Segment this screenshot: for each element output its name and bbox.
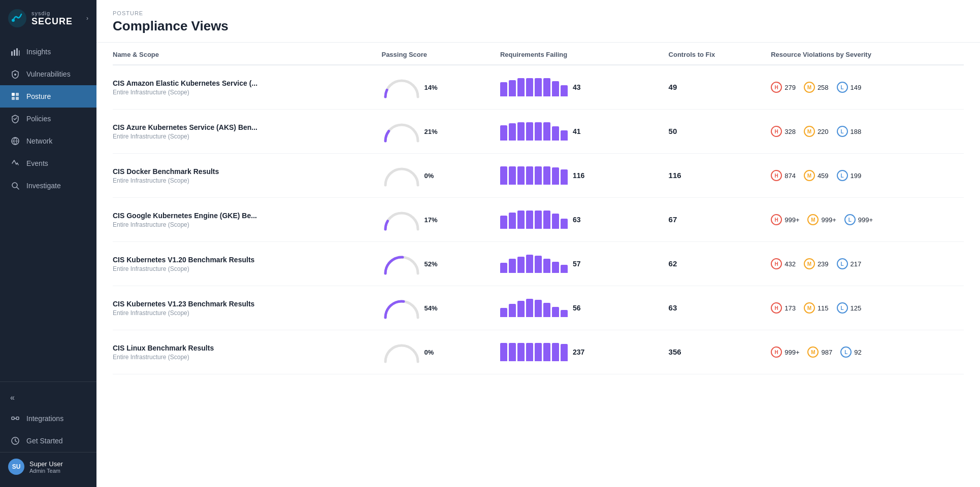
- user-section[interactable]: SU Super User Admin Team: [0, 452, 96, 481]
- sev-low-count-3: 999+: [858, 216, 873, 224]
- severity-cell-4: H 432 M 239 L 217: [771, 258, 958, 269]
- table-row[interactable]: CIS Docker Benchmark Results Entire Infr…: [113, 154, 964, 198]
- gauge-label-3: 17%: [424, 216, 437, 224]
- sev-low-count-2: 199: [851, 172, 862, 180]
- row-scope-5: Entire Infrastructure (Scope): [113, 309, 369, 317]
- sidebar-item-insights[interactable]: Insights: [0, 41, 96, 63]
- svg-rect-13: [12, 417, 14, 420]
- sev-low-item-0: L 149: [837, 82, 862, 93]
- sev-med-badge-6: M: [807, 346, 819, 358]
- bar: [517, 166, 525, 185]
- user-info: Super User Admin Team: [29, 460, 63, 474]
- cell-req-failing-4: 57: [494, 242, 663, 286]
- svg-point-0: [8, 9, 26, 27]
- bar: [526, 255, 533, 273]
- bar: [561, 219, 568, 229]
- logo-text: sysdig SECURE: [31, 10, 73, 27]
- sev-low-badge-1: L: [837, 126, 848, 137]
- cell-severity-3: H 999+ M 999+ L 999+: [765, 198, 964, 242]
- bar: [509, 123, 516, 141]
- sidebar-item-policies[interactable]: Policies: [0, 108, 96, 130]
- sev-high-badge-5: H: [771, 302, 782, 314]
- sidebar-item-posture-label: Posture: [26, 92, 51, 100]
- bar-count-5: 56: [573, 304, 581, 312]
- sev-high-item-4: H 432: [771, 258, 796, 269]
- table-row[interactable]: CIS Azure Kubernetes Service (AKS) Ben..…: [113, 110, 964, 154]
- sidebar-item-network[interactable]: Network: [0, 130, 96, 152]
- row-scope-3: Entire Infrastructure (Scope): [113, 221, 369, 228]
- gauge-container-1: 21%: [381, 119, 488, 144]
- table-row[interactable]: CIS Kubernetes V1.23 Benchmark Results E…: [113, 286, 964, 330]
- cell-passing-score-1: 21%: [375, 110, 494, 154]
- sidebar-item-get-started[interactable]: Get Started: [0, 430, 96, 452]
- sev-med-item-5: M 115: [804, 302, 829, 314]
- sysdig-logo-icon: [8, 9, 26, 27]
- bar: [526, 211, 533, 229]
- svg-rect-7: [12, 93, 15, 96]
- bar-chart-1: 41: [500, 122, 657, 141]
- bar: [552, 167, 559, 185]
- sidebar-item-posture[interactable]: Posture: [0, 85, 96, 108]
- investigate-icon: [10, 181, 20, 191]
- sidebar-collapse-button[interactable]: «: [0, 388, 96, 407]
- sidebar-item-investigate[interactable]: Investigate: [0, 175, 96, 197]
- table-row[interactable]: CIS Linux Benchmark Results Entire Infra…: [113, 330, 964, 374]
- sev-med-item-0: M 258: [804, 82, 829, 93]
- bar: [543, 211, 550, 229]
- sev-med-count-4: 239: [818, 260, 829, 268]
- svg-rect-3: [14, 50, 15, 56]
- sev-high-item-2: H 874: [771, 170, 796, 181]
- cell-name-scope-2: CIS Docker Benchmark Results Entire Infr…: [113, 154, 375, 198]
- sev-low-count-0: 149: [851, 84, 862, 91]
- gauge-label-5: 54%: [424, 304, 437, 312]
- sidebar-nav: Insights Vulnerabilities Posture Policie…: [0, 37, 96, 381]
- svg-rect-2: [11, 51, 13, 56]
- page-category-label: POSTURE: [113, 10, 964, 16]
- cell-req-failing-5: 56: [494, 286, 663, 330]
- cell-name-scope-6: CIS Linux Benchmark Results Entire Infra…: [113, 330, 375, 374]
- bar: [500, 216, 507, 229]
- sev-low-item-6: L 92: [840, 346, 861, 358]
- shield-bug-icon: [10, 69, 20, 79]
- cell-req-failing-2: 116: [494, 154, 663, 198]
- cell-controls-0: 49: [663, 65, 765, 110]
- bar: [526, 122, 533, 141]
- sidebar-toggle-icon[interactable]: ›: [86, 15, 88, 22]
- bar: [526, 299, 533, 317]
- cell-severity-2: H 874 M 459 L 199: [765, 154, 964, 198]
- sev-high-badge-0: H: [771, 82, 782, 93]
- row-scope-1: Entire Infrastructure (Scope): [113, 133, 369, 140]
- controls-count-1: 50: [669, 127, 677, 135]
- cell-name-scope-3: CIS Google Kubernetes Engine (GKE) Be...…: [113, 198, 375, 242]
- sidebar-item-integrations-label: Integrations: [26, 414, 63, 423]
- svg-rect-10: [16, 97, 19, 100]
- cell-severity-0: H 279 M 258 L 149: [765, 65, 964, 110]
- bar: [561, 310, 568, 317]
- bar: [517, 343, 525, 361]
- compliance-table-container[interactable]: Name & Scope Passing Score Requirements …: [96, 43, 980, 487]
- bar: [526, 78, 533, 96]
- sidebar-item-integrations[interactable]: Integrations: [0, 407, 96, 430]
- controls-count-4: 62: [669, 259, 677, 268]
- bar-count-6: 237: [573, 348, 584, 356]
- sidebar-item-events[interactable]: Events: [0, 152, 96, 175]
- sev-med-badge-4: M: [804, 258, 815, 269]
- cell-severity-5: H 173 M 115 L 125: [765, 286, 964, 330]
- sidebar-item-vulnerabilities[interactable]: Vulnerabilities: [0, 63, 96, 85]
- bar-group-5: [500, 299, 568, 317]
- severity-cell-1: H 328 M 220 L 188: [771, 126, 958, 137]
- sev-med-badge-1: M: [804, 126, 815, 137]
- bar: [535, 343, 542, 361]
- row-scope-6: Entire Infrastructure (Scope): [113, 354, 369, 361]
- bar: [509, 259, 516, 273]
- gauge-label-6: 0%: [424, 349, 434, 356]
- table-row[interactable]: CIS Google Kubernetes Engine (GKE) Be...…: [113, 198, 964, 242]
- sev-med-item-6: M 987: [807, 346, 832, 358]
- cell-passing-score-0: 14%: [375, 65, 494, 110]
- sidebar-item-insights-label: Insights: [26, 48, 51, 56]
- svg-point-6: [14, 74, 16, 76]
- table-row[interactable]: CIS Amazon Elastic Kubernetes Service (.…: [113, 65, 964, 110]
- cell-name-scope-5: CIS Kubernetes V1.23 Benchmark Results E…: [113, 286, 375, 330]
- sev-high-count-5: 173: [785, 304, 796, 312]
- table-row[interactable]: CIS Kubernetes V1.20 Benchmark Results E…: [113, 242, 964, 286]
